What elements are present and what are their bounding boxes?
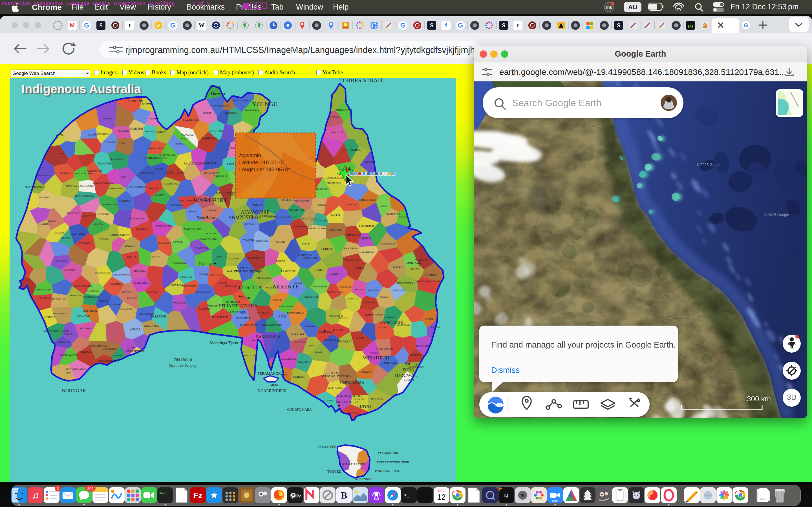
- svg-text:RAMINDJERI: RAMINDJERI: [281, 270, 297, 273]
- svg-text:ALAWA: ALAWA: [314, 351, 322, 354]
- svg-text:GANEANG: GANEANG: [64, 269, 75, 272]
- svg-text:BOONWURRUNG: BOONWURRUNG: [240, 324, 258, 327]
- svg-text:MUTTI: MUTTI: [364, 314, 373, 317]
- svg-text:BIDWELL: BIDWELL: [272, 298, 283, 301]
- svg-text:DAUNGWURRUNG: DAUNGWURRUNG: [98, 360, 117, 362]
- svg-text:GUBBI: GUBBI: [203, 112, 211, 115]
- svg-text:GAJIRRABENG: GAJIRRABENG: [205, 273, 223, 276]
- svg-text:MALYANGAPA: MALYANGAPA: [160, 154, 176, 156]
- svg-text:JAADWA: JAADWA: [94, 223, 103, 225]
- svg-text:WILYAKALI: WILYAKALI: [107, 303, 121, 306]
- svg-text:RAMINDJERI: RAMINDJERI: [359, 225, 374, 228]
- svg-text:PINTUPI: PINTUPI: [302, 243, 310, 245]
- svg-text:MALYANGAPA: MALYANGAPA: [204, 172, 219, 174]
- svg-text:BARKINDJI: BARKINDJI: [151, 315, 166, 318]
- svg-text:YAMATJI: YAMATJI: [430, 326, 440, 328]
- svg-text:Latitude: -18.0010°: Latitude: -18.0010°: [239, 159, 285, 165]
- svg-text:WORIMI: WORIMI: [424, 318, 434, 320]
- svg-text:M: M: [70, 22, 75, 29]
- svg-text:MEKU: MEKU: [270, 383, 280, 386]
- svg-text:Yuendumu: Yuendumu: [197, 215, 215, 219]
- svg-text:LURITJA: LURITJA: [360, 237, 372, 240]
- svg-text:THARRGARI: THARRGARI: [128, 100, 143, 103]
- svg-text:WORIMI: WORIMI: [150, 117, 158, 120]
- svg-text:WEMBA: WEMBA: [60, 171, 71, 174]
- svg-text:DHANGGATI: DHANGGATI: [36, 288, 51, 291]
- svg-text:YAWURU: YAWURU: [187, 210, 197, 213]
- svg-text:W: W: [375, 172, 378, 176]
- svg-text:WATHAURONG: WATHAURONG: [89, 345, 107, 348]
- svg-text:ALAWA: ALAWA: [151, 255, 160, 258]
- svg-text:NUENONNE: NUENONNE: [355, 477, 372, 481]
- svg-text:MARTUTHUNIRA: MARTUTHUNIRA: [307, 227, 327, 230]
- svg-text:BARABA: BARABA: [393, 266, 402, 269]
- svg-text:S: S: [430, 22, 434, 29]
- svg-text:ARRENTE: ARRENTE: [272, 284, 299, 290]
- svg-text:WIRADJURI: WIRADJURI: [363, 355, 389, 360]
- svg-text:GUBBI: GUBBI: [127, 346, 135, 349]
- svg-text:PAYUNGU: PAYUNGU: [136, 228, 148, 231]
- svg-text:WARDANDI: WARDANDI: [179, 199, 193, 202]
- svg-text:KAURNA: KAURNA: [345, 203, 356, 206]
- svg-text:NARUNGGA: NARUNGGA: [328, 387, 343, 390]
- svg-text:NYAKINYAKI: NYAKINYAKI: [194, 247, 208, 249]
- svg-text:NGURAIILLAM: NGURAIILLAM: [212, 316, 228, 319]
- svg-text:W: W: [199, 22, 205, 29]
- svg-text:12:53 pm: 12:53 pm: [767, 3, 799, 11]
- svg-text:ERAWIRUNG: ERAWIRUNG: [289, 209, 304, 212]
- svg-text:BANGGARLA: BANGGARLA: [256, 335, 281, 339]
- svg-text:t: t: [517, 22, 519, 29]
- svg-text:LATJI: LATJI: [279, 315, 286, 318]
- svg-text:BURARRA: BURARRA: [281, 199, 292, 202]
- svg-text:GURINDJI: GURINDJI: [184, 161, 204, 165]
- svg-text:JINGULU: JINGULU: [398, 216, 408, 218]
- svg-text:WILMAN: WILMAN: [372, 313, 383, 316]
- svg-text:WURRUNG: WURRUNG: [329, 228, 342, 231]
- svg-text:NGANGIKURUNGURR: NGANGIKURUNGURR: [416, 280, 443, 283]
- svg-text:PINTUPI: PINTUPI: [103, 117, 112, 120]
- svg-text:JARDWADJALI: JARDWADJALI: [313, 285, 328, 288]
- svg-text:GUMATJ: GUMATJ: [276, 241, 285, 243]
- svg-text:WORIMI: WORIMI: [218, 282, 229, 284]
- svg-text:DHARAWALA: DHARAWALA: [257, 277, 271, 280]
- svg-text:RIRRATJINGU: RIRRATJINGU: [134, 281, 151, 284]
- svg-text:JARDWADJALI: JARDWADJALI: [287, 312, 304, 315]
- svg-text:TIWI: TIWI: [65, 371, 71, 374]
- svg-text:YORTA YORTA: YORTA YORTA: [340, 380, 364, 385]
- svg-text:GUMATJ: GUMATJ: [173, 240, 183, 243]
- svg-text:WEMBA: WEMBA: [130, 328, 141, 331]
- svg-text:WORIMI: WORIMI: [276, 260, 285, 263]
- svg-text:YAMATJI: YAMATJI: [154, 194, 164, 196]
- svg-text:NUNGALI: NUNGALI: [182, 133, 195, 136]
- svg-text:AMANGU: AMANGU: [79, 350, 92, 353]
- svg-text:MANYJILYJARRA: MANYJILYJARRA: [65, 368, 86, 371]
- svg-text:MIRIWOONG: MIRIWOONG: [347, 234, 361, 237]
- svg-text:MARRA: MARRA: [124, 244, 135, 247]
- svg-text:GUMATJ: GUMATJ: [404, 379, 414, 381]
- svg-text:NAWU: NAWU: [380, 295, 389, 298]
- svg-text:G: G: [400, 21, 406, 29]
- svg-text:LAIRMAIRRENER: LAIRMAIRRENER: [340, 462, 366, 466]
- svg-text:YAWURU: YAWURU: [329, 273, 341, 276]
- svg-text:MARRITHIYEL: MARRITHIYEL: [359, 251, 375, 254]
- svg-text:NGARNDJI: NGARNDJI: [39, 297, 50, 299]
- svg-text:WIRANGU: WIRANGU: [207, 209, 218, 212]
- svg-text:JAADWA: JAADWA: [199, 307, 210, 310]
- svg-text:GUDANJI: GUDANJI: [122, 291, 132, 293]
- svg-text:NGARRINDJERI: NGARRINDJERI: [258, 389, 287, 393]
- svg-text:ANMATYERRE: ANMATYERRE: [229, 215, 261, 220]
- svg-text:BATJAMALH: BATJAMALH: [311, 219, 326, 222]
- svg-text:MAUNG: MAUNG: [252, 339, 260, 342]
- svg-text:PINTUPI: PINTUPI: [355, 288, 364, 291]
- svg-text:WEMBA: WEMBA: [180, 137, 190, 140]
- svg-text:BUNUBA: BUNUBA: [206, 232, 217, 235]
- svg-text:BINBINKA: BINBINKA: [111, 158, 123, 161]
- svg-text:Sydney: Sydney: [405, 361, 418, 366]
- svg-text:MUTTI: MUTTI: [56, 134, 63, 136]
- svg-text:WURRUNG: WURRUNG: [52, 298, 66, 301]
- svg-text:NGADJUNMAYA: NGADJUNMAYA: [75, 194, 94, 198]
- svg-text:TORRES STRAIT: TORRES STRAIT: [340, 78, 384, 83]
- svg-text:DJAB: DJAB: [281, 374, 287, 376]
- svg-text:DHARUG: DHARUG: [225, 111, 238, 114]
- svg-text:GOLPA: GOLPA: [356, 336, 364, 339]
